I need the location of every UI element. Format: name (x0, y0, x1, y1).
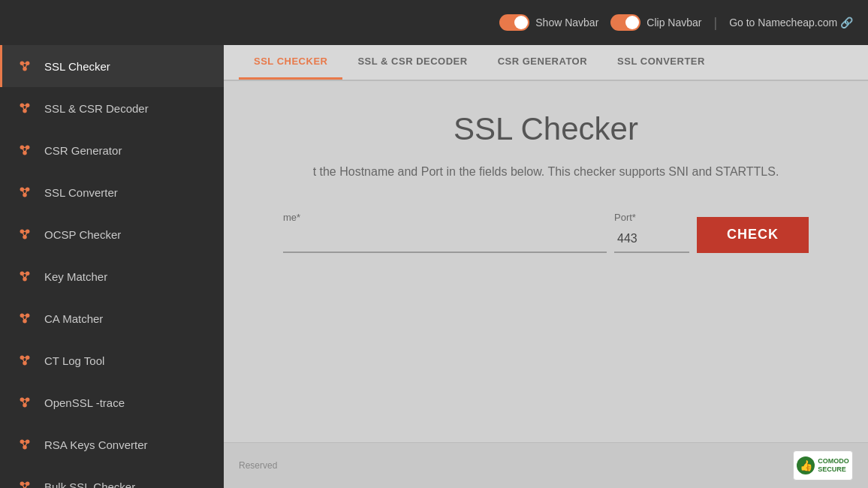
sidebar-label-ct-log-tool: CT Log Tool (44, 354, 104, 367)
port-field-group: Port* (614, 212, 689, 253)
comodo-shield-icon: 👍 (797, 456, 815, 474)
ssl-converter-icon (14, 182, 35, 203)
content-area: SSL Checker t the Hostname and Port in t… (224, 81, 868, 442)
comodo-label: COMODOSECURE (818, 457, 849, 474)
ssl-csr-decoder-icon (14, 98, 35, 119)
hostname-input[interactable] (283, 226, 607, 253)
sidebar-label-ssl-converter: SSL Converter (44, 186, 118, 199)
sidebar: SSL Checker SSL & CSR Decoder CSR Genera… (0, 45, 224, 488)
sidebar-label-ca-matcher: CA Matcher (44, 312, 103, 325)
port-label: Port* (614, 212, 689, 223)
sidebar-item-ct-log-tool[interactable]: CT Log Tool (0, 339, 224, 381)
hostname-field-group: me* (283, 212, 607, 253)
footer-bar: Reserved 👍 COMODOSECURE (224, 442, 868, 488)
port-input[interactable] (614, 226, 689, 253)
form-row: me* Port* CHECK (283, 212, 809, 253)
sidebar-label-ssl-checker: SSL Checker (44, 60, 110, 73)
header: Show Navbar Clip Navbar | Go to Namechea… (0, 0, 868, 45)
main-content: SSL CHECKER SSL & CSR DECODER CSR GENERA… (224, 45, 868, 488)
sidebar-item-ocsp-checker[interactable]: OCSP Checker (0, 213, 224, 255)
page-description: t the Hostname and Port in the fields be… (313, 162, 779, 182)
svg-point-50 (23, 403, 27, 408)
sidebar-item-rsa-keys-converter[interactable]: RSA Keys Converter (0, 423, 224, 465)
sidebar-label-rsa-keys-converter: RSA Keys Converter (44, 438, 148, 451)
tab-bar: SSL CHECKER SSL & CSR DECODER CSR GENERA… (224, 45, 868, 81)
sidebar-item-key-matcher[interactable]: Key Matcher (0, 255, 224, 297)
sidebar-label-openssl-trace: OpenSSL -trace (44, 396, 125, 409)
svg-point-14 (23, 151, 27, 155)
hostname-label: me* (283, 212, 607, 223)
sidebar-label-bulk-ssl-checker: Bulk SSL Checker (44, 480, 135, 489)
tab-ssl-csr-decoder[interactable]: SSL & CSR DECODER (342, 45, 482, 80)
header-divider: | (713, 15, 717, 31)
sidebar-label-key-matcher: Key Matcher (44, 270, 107, 283)
header-controls: Show Navbar Clip Navbar | Go to Namechea… (499, 14, 853, 31)
sidebar-item-csr-generator[interactable]: CSR Generator (0, 129, 224, 171)
comodo-badge: 👍 COMODOSECURE (793, 450, 853, 480)
ssl-checker-icon (14, 56, 35, 77)
ct-log-tool-icon (14, 350, 35, 371)
sidebar-item-ssl-converter[interactable]: SSL Converter (0, 171, 224, 213)
openssl-trace-icon (14, 392, 35, 413)
svg-point-56 (23, 445, 27, 450)
layout: SSL Checker SSL & CSR Decoder CSR Genera… (0, 45, 868, 488)
sidebar-item-ca-matcher[interactable]: CA Matcher (0, 297, 224, 339)
check-button[interactable]: CHECK (697, 217, 809, 253)
csr-generator-icon (14, 140, 35, 161)
key-matcher-icon (14, 266, 35, 287)
show-navbar-label: Show Navbar (535, 17, 598, 29)
sidebar-item-ssl-csr-decoder[interactable]: SSL & CSR Decoder (0, 87, 224, 129)
rsa-keys-converter-icon (14, 434, 35, 455)
page-title: SSL Checker (454, 111, 638, 147)
sidebar-item-openssl-trace[interactable]: OpenSSL -trace (0, 381, 224, 423)
tab-ssl-checker[interactable]: SSL CHECKER (239, 45, 342, 80)
footer-copyright: Reserved (239, 460, 277, 471)
show-navbar-group: Show Navbar (499, 14, 598, 31)
sidebar-label-ssl-csr-decoder: SSL & CSR Decoder (44, 102, 149, 115)
sidebar-item-bulk-ssl-checker[interactable]: Bulk SSL Checker (0, 465, 224, 488)
sidebar-label-ocsp-checker: OCSP Checker (44, 228, 121, 241)
ca-matcher-icon (14, 308, 35, 329)
sidebar-label-csr-generator: CSR Generator (44, 144, 122, 157)
bulk-ssl-checker-icon (14, 476, 35, 488)
tab-ssl-converter[interactable]: SSL CONVERTER (602, 45, 720, 80)
svg-point-8 (23, 109, 27, 113)
tab-csr-generator[interactable]: CSR GENERATOR (483, 45, 602, 80)
clip-navbar-group: Clip Navbar (610, 14, 701, 31)
show-navbar-toggle[interactable] (499, 14, 529, 31)
clip-navbar-toggle[interactable] (610, 14, 640, 31)
ocsp-checker-icon (14, 224, 35, 245)
clip-navbar-label: Clip Navbar (646, 17, 701, 29)
namecheap-link[interactable]: Go to Namecheap.com 🔗 (729, 17, 853, 29)
sidebar-item-ssl-checker[interactable]: SSL Checker (0, 45, 224, 87)
